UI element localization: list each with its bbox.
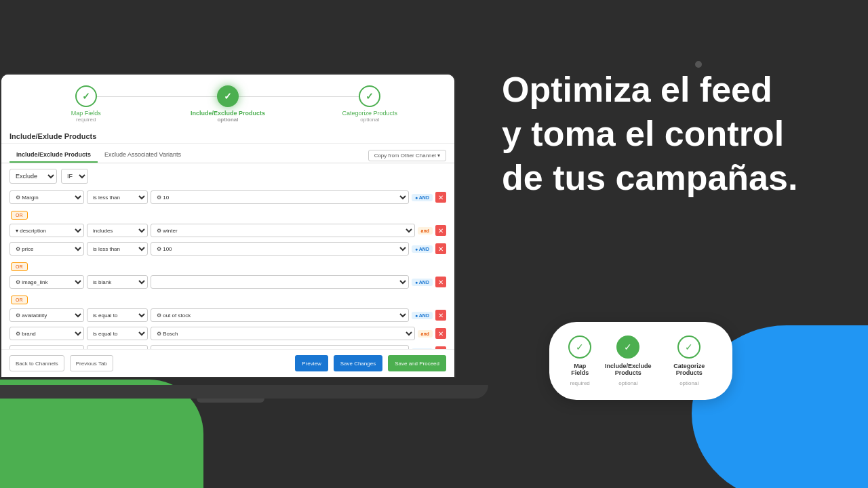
table-row: ⚙ brand is equal to ⚙ Bosch and ✕ [9,325,446,342]
rule-field-1[interactable]: ⚙ Margin [9,190,84,204]
laptop-screen: ✓ Map Fields required ✓ Include/Exclude … [0,73,456,378]
mini-label-2: Include/Exclude Products [594,363,662,376]
delete-btn-1[interactable]: ✕ [435,192,446,203]
step-label-1: Map Fields required [71,110,101,123]
rule-value-4[interactable] [151,275,409,289]
table-row: ⚙ Margin is less than ⚙ 10 ● AND ✕ [9,189,446,205]
rule-operator-2[interactable]: includes [87,224,148,237]
rule-field-5[interactable]: ⚙ availability [9,308,84,322]
mini-step-1: ✓ Map Fields required [566,336,594,386]
connector-and-5[interactable]: ● AND [412,312,433,319]
step-label-2: Include/Exclude Products optional [191,110,265,123]
delete-btn-2[interactable]: ✕ [435,225,446,236]
rule-operator-4[interactable]: is blank [87,275,148,289]
tabs-bar: Include/Exclude Products Exclude Associa… [1,144,454,163]
table-row: ▾ description includes ⚙ winter and ✕ [9,222,446,239]
step-categorize: ✓ Categorize Products optional [299,85,441,123]
back-to-channels-button[interactable]: Back to Channels [9,355,64,371]
previous-tab-button[interactable]: Previous Tab [70,355,113,371]
delete-btn-4[interactable]: ✕ [435,277,446,287]
connector-or-2[interactable]: and [418,227,433,235]
mini-label-3: Categorize Products [662,363,716,376]
delete-btn-5[interactable]: ✕ [435,310,446,321]
rule-field-4[interactable]: ⚙ image_link [9,275,84,289]
mini-circle-3: ✓ [677,336,701,359]
step-circle-1: ✓ [75,85,97,107]
mini-sub-2: optional [618,380,637,386]
mini-sub-1: required [570,380,589,386]
save-changes-button[interactable]: Save Changes [334,355,382,371]
rule-value-1[interactable]: ⚙ 10 [151,190,409,204]
app-content: ✓ Map Fields required ✓ Include/Exclude … [1,75,454,377]
or-connector-4[interactable]: OR [11,296,28,304]
table-row: ⚙ availability is equal to ⚙ out of stoc… [9,307,446,323]
connector-and-4[interactable]: ● AND [412,279,433,286]
or-connector-3[interactable]: OR [11,262,28,271]
mini-card: ✓ Map Fields required ✓ Include/Exclude … [549,322,732,400]
connector-and-1[interactable]: ● AND [412,194,433,201]
delete-btn-6[interactable]: ✕ [435,328,446,339]
or-connector-1[interactable]: OR [11,211,28,220]
table-row: ⚙ category is equal to ⚙ Coffee Machines… [9,344,446,349]
mini-label-1: Map Fields [566,363,594,376]
laptop-base [0,385,488,399]
step-circle-2: ✓ [217,85,239,107]
rule-operator-3[interactable]: is less than [87,242,148,256]
copy-button[interactable]: Copy from Other Channel ▾ [368,150,446,161]
footer-bar: Back to Channels Previous Tab Preview Sa… [1,349,454,377]
tab-include-exclude[interactable]: Include/Exclude Products [9,148,98,163]
connector-and-3[interactable]: ● AND [412,245,433,253]
rule-value-6[interactable]: ⚙ Bosch [151,327,415,340]
rule-value-5[interactable]: ⚙ out of stock [151,308,409,322]
hero-heading: Optimiza el feed y toma el control de tu… [502,68,841,200]
action-select[interactable]: Exclude Include [9,169,57,184]
laptop-container: ✓ Map Fields required ✓ Include/Exclude … [0,73,461,385]
step-map-fields: ✓ Map Fields required [15,85,157,123]
delete-btn-3[interactable]: ✕ [435,243,446,254]
rule-field-3[interactable]: ⚙ price [9,242,84,256]
save-proceed-button[interactable]: Save and Proceed [388,355,446,371]
mini-circle-1: ✓ [568,336,591,359]
rule-field-6[interactable]: ⚙ brand [9,327,84,340]
step-label-3: Categorize Products optional [342,110,398,123]
page-title: Include/Exlude Products [1,129,454,144]
condition-select[interactable]: IF [61,169,88,184]
rule-operator-5[interactable]: is equal to [87,308,148,322]
rule-value-2[interactable]: ⚙ winter [151,224,415,237]
laptop-notch [197,399,264,403]
step-include-exclude: ✓ Include/Exclude Products optional [157,85,298,123]
filter-area: Exclude Include IF ⚙ Margin is less than… [1,163,454,349]
right-text: Optimiza el feed y toma el control de tu… [502,68,841,200]
mini-sub-3: optional [679,380,698,386]
filter-top-row: Exclude Include IF [9,169,446,184]
bg-dot-top [695,61,702,68]
step-indicator: ✓ Map Fields required ✓ Include/Exclude … [1,75,454,129]
table-row: ⚙ price is less than ⚙ 100 ● AND ✕ [9,241,446,257]
tab-exclude-variants[interactable]: Exclude Associated Variants [98,148,188,163]
mini-step-3: ✓ Categorize Products optional [662,336,716,386]
step-circle-3: ✓ [359,85,380,107]
mini-circle-2: ✓ [616,336,639,359]
rule-operator-1[interactable]: is less than [87,190,148,204]
rule-field-2[interactable]: ▾ description [9,224,84,237]
table-row: ⚙ image_link is blank ● AND ✕ [9,274,446,290]
rule-value-3[interactable]: ⚙ 100 [151,242,409,256]
rule-group: ⚙ Margin is less than ⚙ 10 ● AND ✕ OR ▾ … [9,189,446,349]
preview-button[interactable]: Preview [295,355,328,371]
mini-step-2: ✓ Include/Exclude Products optional [594,336,662,386]
connector-or-6[interactable]: and [418,330,433,338]
rule-operator-6[interactable]: is equal to [87,327,148,340]
